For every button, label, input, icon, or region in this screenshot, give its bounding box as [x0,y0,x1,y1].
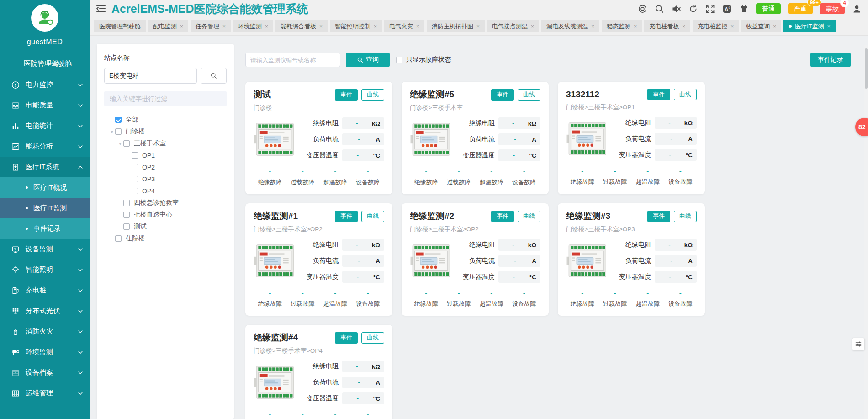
checkbox-box[interactable] [396,57,402,63]
tree-node-住院楼[interactable]: 住院楼 [104,233,227,244]
close-tab-icon[interactable]: × [682,24,685,29]
tree-node-OP3[interactable]: OP3 [104,173,227,185]
sidebar-item-智能照明[interactable]: 智能照明 [0,260,90,280]
tree-checkbox[interactable] [132,164,138,170]
tree-node-OP1[interactable]: OP1 [104,149,227,161]
caret-down-icon[interactable]: ▾ [117,141,123,146]
close-tab-icon[interactable]: × [634,24,637,29]
fullscreen-icon[interactable] [705,4,715,14]
scrollbar-thumb[interactable] [865,48,868,89]
sidebar-item-消防火灾[interactable]: 消防火灾 [0,321,90,342]
translate-icon[interactable]: A文 [722,4,732,14]
status-pill-normal[interactable]: 普通 [756,3,781,14]
sidebar-item-运维管理[interactable]: 运维管理 [0,383,90,403]
tab-医院管理驾驶舱[interactable]: 医院管理驾驶舱 [94,20,146,32]
curve-button[interactable]: 曲线 [674,211,697,222]
sidebar-item-分布式光伏[interactable]: 分布式光伏 [0,301,90,321]
curve-button[interactable]: 曲线 [361,89,384,101]
tab-任务管理[interactable]: 任务管理× [191,20,231,32]
sidebar-item-环境监测[interactable]: 环境监测 [0,342,90,362]
close-tab-icon[interactable]: × [416,24,419,29]
sidebar-item-医疗IT系统[interactable]: 医疗IT系统 [0,157,90,177]
close-tab-icon[interactable]: × [374,24,377,29]
tree-checkbox[interactable] [132,188,138,194]
sidebar-item-设备档案[interactable]: 设备档案 [0,362,90,383]
tree-node-测试[interactable]: 测试 [104,221,227,233]
curve-button[interactable]: 曲线 [361,332,384,344]
user-icon[interactable] [852,4,862,14]
tab-环境监测[interactable]: 环境监测× [233,20,273,32]
tab-消防主机拓扑图[interactable]: 消防主机拓扑图× [427,20,485,32]
close-tab-icon[interactable]: × [730,24,734,29]
tab-漏电及线缆测温[interactable]: 漏电及线缆测温× [541,20,599,32]
target-icon[interactable] [638,4,647,14]
tree-checkbox[interactable] [115,117,122,123]
sidebar-subitem-医疗IT监测[interactable]: 医疗IT监测 [0,198,90,218]
event-button[interactable]: 事件 [335,89,358,101]
tree-checkbox[interactable] [123,223,130,230]
status-pill-severe[interactable]: 严重99+ [788,3,813,14]
refresh-icon[interactable] [688,4,698,14]
sidebar-item-设备监测[interactable]: 设备监测 [0,239,90,260]
tree-filter-input[interactable] [104,91,227,106]
event-button[interactable]: 事件 [335,211,358,222]
tab-能耗综合看板[interactable]: 能耗综合看板× [275,20,328,32]
tab-配电监测[interactable]: 配电监测× [148,20,188,32]
station-search-button[interactable] [201,68,227,84]
tab-充电桩看板[interactable]: 充电桩看板× [644,20,690,32]
event-button[interactable]: 事件 [491,89,514,101]
tab-充电桩监控[interactable]: 充电桩监控× [693,20,739,32]
display-settings-button[interactable] [852,338,864,350]
query-button[interactable]: 查询 [346,53,390,67]
status-pill-accident[interactable]: 事故4 [820,3,845,14]
curve-button[interactable]: 曲线 [674,89,697,100]
sidebar-item-dashboard[interactable]: 医院管理驾驶舱 [0,53,90,74]
tree-checkbox[interactable] [115,235,122,242]
sidebar-item-能耗分析[interactable]: 能耗分析 [0,136,90,157]
close-tab-icon[interactable]: × [180,24,183,29]
sidebar-subitem-事件记录[interactable]: 事件记录 [0,218,90,239]
curve-button[interactable]: 曲线 [518,211,540,222]
hamburger-icon[interactable] [96,5,106,13]
sidebar-item-充电桩[interactable]: 充电桩 [0,280,90,301]
close-tab-icon[interactable]: × [265,24,268,29]
tab-收益查询[interactable]: 收益查询× [741,20,781,32]
theme-icon[interactable] [739,4,749,14]
tree-checkbox[interactable] [123,200,130,206]
mute-icon[interactable] [672,4,681,14]
close-tab-icon[interactable]: × [827,24,831,29]
tree-node-OP4[interactable]: OP4 [104,185,227,197]
event-button[interactable]: 事件 [647,211,670,222]
tree-checkbox[interactable] [115,128,122,135]
event-button[interactable]: 事件 [491,211,514,222]
tab-稳态监测[interactable]: 稳态监测× [602,20,642,32]
tree-node-OP2[interactable]: OP2 [104,161,227,173]
tree-node-七楼血透中心[interactable]: 七楼血透中心 [104,209,227,221]
fault-only-checkbox[interactable]: 只显示故障状态 [396,56,451,64]
station-name-input[interactable] [104,68,197,84]
tree-checkbox[interactable] [123,140,130,147]
tree-node-门诊楼[interactable]: ▾门诊楼 [104,126,227,138]
curve-button[interactable]: 曲线 [518,89,540,101]
sidebar-item-电能质量[interactable]: 电能质量 [0,95,90,116]
tab-智能照明控制[interactable]: 智能照明控制× [330,20,382,32]
search-icon[interactable] [655,4,664,14]
tab-电气火灾[interactable]: 电气火灾× [384,20,424,32]
monitor-search-input[interactable] [245,53,340,67]
tree-checkbox[interactable] [123,212,130,218]
close-tab-icon[interactable]: × [319,24,323,29]
tree-node-三楼手术室[interactable]: ▾三楼手术室 [104,138,227,149]
close-tab-icon[interactable]: × [773,24,776,29]
tab-医疗IT监测[interactable]: 医疗IT监测× [783,20,836,32]
close-tab-icon[interactable]: × [222,24,226,29]
sidebar-subitem-医疗IT概况[interactable]: 医疗IT概况 [0,177,90,198]
curve-button[interactable]: 曲线 [361,211,384,222]
tree-checkbox[interactable] [132,176,138,182]
sidebar-item-电力监控[interactable]: 电力监控 [0,74,90,95]
close-tab-icon[interactable]: × [476,24,480,29]
tab-电气接点测温[interactable]: 电气接点测温× [487,20,539,32]
close-tab-icon[interactable]: × [531,24,534,29]
caret-down-icon[interactable]: ▾ [109,129,115,134]
tree-node-四楼急诊抢救室[interactable]: 四楼急诊抢救室 [104,197,227,209]
close-tab-icon[interactable]: × [591,24,594,29]
